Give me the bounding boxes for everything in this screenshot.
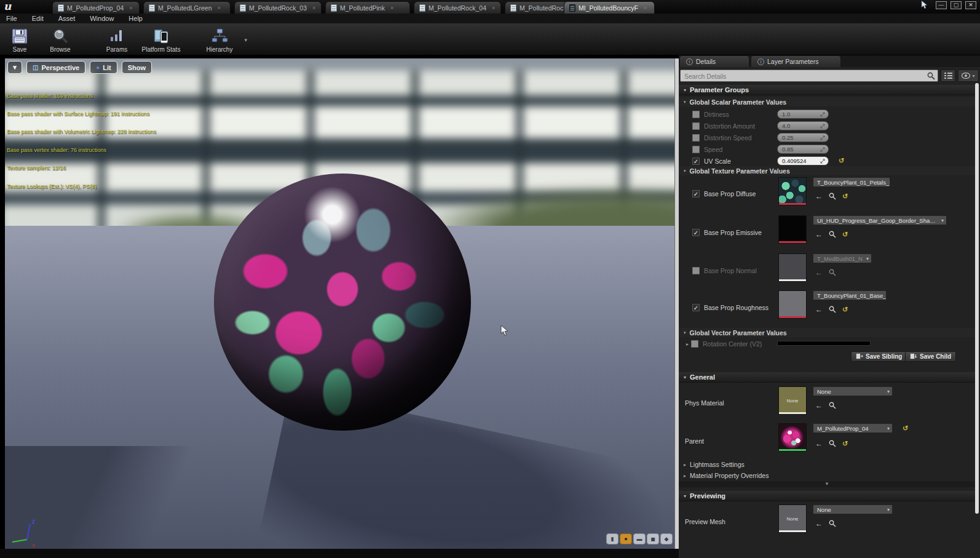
value-spinbox[interactable]: 1.0: [777, 110, 829, 119]
save-child-button[interactable]: Save Child: [905, 351, 956, 362]
close-icon[interactable]: ×: [644, 5, 647, 11]
phys-material-thumbnail[interactable]: None: [778, 386, 807, 415]
group-global-scalar[interactable]: ▾ Global Scalar Parameter Values: [679, 97, 975, 106]
close-icon[interactable]: ×: [312, 5, 315, 11]
browse-to-icon[interactable]: [829, 520, 836, 527]
mesh-shape-button[interactable]: ◆: [660, 533, 673, 544]
browse-to-icon[interactable]: [829, 440, 836, 447]
minimize-button[interactable]: —: [936, 1, 947, 9]
search-input[interactable]: [681, 71, 917, 82]
panel-scrollbar[interactable]: [975, 83, 979, 514]
preview-mesh-combo[interactable]: None▾: [813, 504, 893, 514]
preview-sphere-mesh[interactable]: [214, 173, 471, 431]
color-swatch[interactable]: [777, 341, 871, 346]
asset-tab-4[interactable]: M_PollutedPink×: [325, 1, 410, 14]
override-checkbox[interactable]: [692, 122, 700, 130]
preview-mesh-thumbnail[interactable]: None: [778, 504, 807, 533]
close-icon[interactable]: ×: [390, 5, 393, 11]
material-property-overrides-row[interactable]: ▸ Material Property Overrides: [679, 471, 975, 480]
use-selected-icon[interactable]: ←: [815, 519, 823, 528]
sphere-shape-button[interactable]: ●: [620, 533, 632, 544]
params-button[interactable]: Params: [97, 26, 136, 54]
browse-button[interactable]: Browse: [41, 26, 80, 54]
browse-to-icon[interactable]: [829, 193, 836, 200]
tab-layer-parameters[interactable]: i Layer Parameters: [751, 56, 840, 67]
browse-to-icon[interactable]: [829, 306, 836, 313]
cylinder-shape-button[interactable]: ▮: [606, 533, 618, 544]
viewport-options-button[interactable]: ▾: [7, 61, 22, 74]
override-checkbox-checked[interactable]: ✓: [692, 190, 700, 197]
close-icon[interactable]: ×: [129, 5, 132, 11]
save-sibling-button[interactable]: Save Sibling: [851, 351, 907, 362]
texture-combo-roughness[interactable]: T_BouncyPlant_01_Base_R▾: [813, 290, 887, 300]
group-global-texture[interactable]: ▾ Global Texture Parameter Values: [679, 166, 975, 175]
texture-combo-emissive[interactable]: UI_HUD_Progress_Bar_Goop_Border_Shadow_O…: [813, 215, 947, 225]
use-selected-icon[interactable]: ←: [815, 192, 823, 201]
use-selected-icon[interactable]: ←: [815, 439, 823, 448]
menu-file[interactable]: File: [6, 15, 17, 22]
menu-help[interactable]: Help: [128, 15, 143, 22]
section-parameter-groups[interactable]: ▾ Parameter Groups: [679, 85, 975, 95]
panel-splitter[interactable]: [674, 58, 679, 549]
plane-shape-button[interactable]: ▬: [633, 533, 646, 544]
override-checkbox-checked[interactable]: ✓: [692, 304, 700, 311]
value-spinbox[interactable]: 0.25: [777, 133, 829, 142]
asset-tab-5[interactable]: M_PollutedRock_04×: [414, 1, 501, 14]
use-selected-icon[interactable]: ←: [815, 230, 823, 239]
tab-details[interactable]: i Details: [680, 56, 749, 67]
texture-thumbnail-emissive[interactable]: [778, 215, 807, 244]
section-general[interactable]: ▾ General: [679, 372, 975, 383]
override-checkbox[interactable]: [692, 146, 700, 153]
override-checkbox-checked[interactable]: ✓: [692, 229, 700, 236]
phys-material-combo[interactable]: None▾: [813, 386, 893, 396]
texture-combo-normal[interactable]: T_MedBush01_N▾: [813, 253, 872, 263]
chevron-down-icon[interactable]: ▾: [244, 37, 247, 43]
asset-tab-2[interactable]: M_PollutedLGreen×: [143, 1, 231, 14]
maximize-button[interactable]: ▢: [950, 1, 962, 9]
lit-mode-button[interactable]: ● Lit: [90, 61, 117, 74]
menu-edit[interactable]: Edit: [32, 15, 44, 22]
browse-to-icon[interactable]: [829, 402, 836, 409]
show-advanced-expander[interactable]: ▼: [679, 481, 975, 487]
group-global-vector[interactable]: ▾ Global Vector Parameter Values: [679, 328, 975, 337]
texture-combo-diffuse[interactable]: T_BouncyPlant_01_Petals_D▾: [813, 177, 890, 187]
override-checkbox[interactable]: [692, 111, 700, 118]
value-spinbox[interactable]: 0.409524: [777, 156, 829, 165]
hierarchy-button[interactable]: Hierarchy ▾: [198, 26, 241, 54]
platform-stats-button[interactable]: Platform Stats: [138, 26, 184, 54]
texture-thumbnail-roughness[interactable]: [778, 290, 807, 319]
override-checkbox[interactable]: [691, 340, 698, 348]
menu-asset[interactable]: Asset: [58, 15, 76, 22]
override-checkbox-checked[interactable]: ✓: [692, 157, 700, 165]
reset-to-default-icon[interactable]: ↺: [842, 440, 848, 448]
lightmass-settings-row[interactable]: ▸ Lightmass Settings: [679, 460, 975, 469]
asset-tab-1[interactable]: M_PollutedProp_04×: [52, 1, 140, 14]
value-spinbox[interactable]: 4.0: [777, 121, 829, 130]
display-options-button[interactable]: [941, 70, 955, 82]
browse-to-icon[interactable]: [829, 269, 836, 276]
texture-thumbnail-diffuse[interactable]: [778, 177, 807, 205]
cube-shape-button[interactable]: ◼: [647, 533, 659, 544]
reset-to-default-icon[interactable]: ↺: [842, 231, 848, 239]
asset-tab-3[interactable]: M_PollutedRock_03×: [234, 1, 322, 14]
expand-arrow-icon[interactable]: ▸: [686, 341, 689, 347]
menu-window[interactable]: Window: [90, 15, 114, 22]
value-spinbox[interactable]: 0.85: [777, 145, 829, 154]
reset-to-default-icon[interactable]: ↺: [839, 157, 844, 165]
reset-to-default-icon[interactable]: ↺: [842, 193, 848, 201]
parent-combo[interactable]: M_PollutedProp_04▾: [813, 423, 893, 433]
save-button[interactable]: Save: [0, 26, 39, 54]
show-button[interactable]: Show: [122, 61, 152, 74]
close-icon[interactable]: ×: [492, 5, 495, 11]
use-selected-icon[interactable]: ←: [815, 268, 823, 277]
override-checkbox[interactable]: [692, 134, 700, 141]
view-options-button[interactable]: ▾: [958, 70, 979, 82]
perspective-button[interactable]: ◫ Perspective: [26, 61, 85, 74]
parent-material-thumbnail[interactable]: [778, 423, 807, 452]
texture-thumbnail-normal[interactable]: [778, 253, 807, 282]
section-previewing[interactable]: ▾ Previewing: [679, 491, 975, 501]
reset-to-default-icon[interactable]: ↺: [903, 424, 908, 432]
close-button[interactable]: ✕: [965, 1, 976, 9]
material-preview-viewport[interactable]: ▾ ◫ Perspective ● Lit Show Base pass sha…: [5, 58, 674, 549]
use-selected-icon[interactable]: ←: [815, 305, 823, 314]
